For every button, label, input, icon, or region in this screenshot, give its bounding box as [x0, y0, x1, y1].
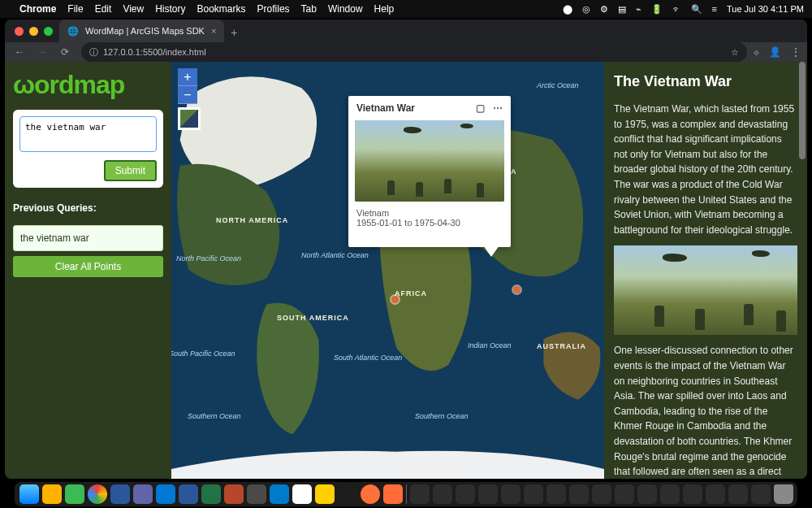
menu-profiles[interactable]: Profiles: [257, 3, 290, 15]
dock-minimized-window[interactable]: [410, 484, 430, 504]
dock-minimized-window[interactable]: [433, 484, 452, 504]
previous-query-item[interactable]: the vietnam war: [13, 225, 163, 251]
dock-excel-icon[interactable]: [201, 484, 221, 504]
site-info-icon[interactable]: ⓘ: [89, 46, 98, 59]
app-page: ωordmap the vietnam war Submit Previous …: [5, 62, 807, 479]
basemap-toggle-button[interactable]: [178, 107, 201, 130]
new-tab-button[interactable]: +: [224, 26, 244, 42]
tab-close-icon[interactable]: ×: [211, 26, 216, 36]
dock-minimized-window[interactable]: [546, 484, 566, 504]
map-pin-vietnam[interactable]: [513, 286, 520, 293]
dock-settings-icon[interactable]: [247, 484, 266, 504]
url-text: 127.0.0.1:5500/index.html: [103, 47, 206, 57]
profile-avatar-icon[interactable]: 👤: [769, 46, 781, 58]
ocean-label: North Pacific Ocean: [176, 255, 241, 263]
dock-trash-icon[interactable]: [774, 484, 793, 504]
nav-back-icon[interactable]: ←: [11, 46, 28, 58]
dock-minimized-window[interactable]: [751, 484, 771, 504]
dock-finder-icon[interactable]: [19, 484, 39, 504]
clock[interactable]: Tue Jul 30 4:11 PM: [727, 4, 804, 14]
article-image: [614, 245, 797, 335]
continent-label: ANTARCTICA: [407, 464, 462, 472]
submit-button[interactable]: Submit: [104, 160, 157, 181]
chrome-window: 🌐 WordMap | ArcGIS Maps SDK × + ← → ⟳ ⓘ …: [5, 20, 807, 479]
world-map[interactable]: NORTH AMERICA SOUTH AMERICA AFRICA EUROP…: [171, 62, 604, 479]
article-paragraph: One lesser-discussed connection to other…: [614, 343, 797, 479]
dock-minimized-window[interactable]: [660, 484, 680, 504]
dock-minimized-window[interactable]: [683, 484, 702, 504]
status-icon[interactable]: ◎: [582, 4, 590, 15]
dock-postman-icon[interactable]: [383, 484, 403, 504]
map-pin-africa[interactable]: [391, 296, 399, 303]
menu-file[interactable]: File: [67, 3, 83, 15]
clear-all-points-button[interactable]: Clear All Points: [13, 256, 163, 277]
query-panel: the vietnam war Submit: [13, 110, 163, 188]
zoom-out-button[interactable]: −: [178, 86, 197, 104]
dock-notes-icon[interactable]: [315, 484, 335, 504]
minimize-window-icon[interactable]: [29, 27, 38, 36]
menu-bookmarks[interactable]: Bookmarks: [197, 3, 246, 15]
article-paragraph: The Vietnam War, which lasted from 1955 …: [614, 102, 797, 237]
dock-powerpoint-icon[interactable]: [224, 484, 244, 504]
zoom-in-button[interactable]: +: [178, 68, 197, 86]
spotlight-icon[interactable]: 🔍: [691, 4, 702, 15]
dock-minimized-window[interactable]: [456, 484, 475, 504]
dock-minimized-window[interactable]: [637, 484, 657, 504]
dock-app-icon[interactable]: [179, 484, 198, 504]
window-controls[interactable]: [11, 27, 59, 42]
dock-minimized-window[interactable]: [615, 484, 634, 504]
dock-teams-icon[interactable]: [133, 484, 153, 504]
ocean-label: South Atlantic Ocean: [334, 354, 402, 363]
menu-tab[interactable]: Tab: [301, 3, 317, 15]
scrollbar-thumb[interactable]: [799, 62, 806, 159]
dock-minimized-window[interactable]: [728, 484, 748, 504]
fullscreen-window-icon[interactable]: [44, 27, 53, 36]
macos-menubar: Chrome File Edit View History Bookmarks …: [0, 0, 812, 18]
dock-minimized-window[interactable]: [524, 484, 543, 504]
dock-outlook-icon[interactable]: [156, 484, 175, 504]
tab-favicon: 🌐: [67, 26, 79, 37]
nav-reload-icon[interactable]: ⟳: [57, 46, 73, 58]
dock-app-icon[interactable]: [65, 484, 84, 504]
logo-text: ωordmap: [13, 70, 124, 100]
ocean-label: North Atlantic Ocean: [301, 252, 369, 260]
menu-help[interactable]: Help: [374, 3, 395, 15]
extensions-icon[interactable]: ⟐: [754, 46, 759, 58]
dock-minimized-window[interactable]: [592, 484, 611, 504]
status-icon[interactable]: ▤: [618, 4, 626, 15]
popup-dock-icon[interactable]: ▢: [476, 102, 485, 114]
dock-minimized-window[interactable]: [706, 484, 725, 504]
popup-menu-icon[interactable]: ⋯: [493, 102, 503, 114]
dock-app-icon[interactable]: [292, 484, 312, 504]
menu-window[interactable]: Window: [328, 3, 363, 15]
wifi-icon[interactable]: ᯤ: [672, 4, 681, 14]
close-window-icon[interactable]: [15, 27, 24, 36]
control-center-icon[interactable]: ≡: [712, 4, 717, 14]
menu-view[interactable]: View: [123, 3, 144, 15]
url-field[interactable]: ⓘ 127.0.0.1:5500/index.html ☆: [81, 42, 747, 62]
dock-minimized-window[interactable]: [501, 484, 520, 504]
dock-terminal-icon[interactable]: [338, 484, 357, 504]
query-input[interactable]: the vietnam war: [19, 116, 157, 152]
status-icon[interactable]: ⚙: [600, 4, 608, 15]
status-icon[interactable]: ⬤: [563, 4, 572, 15]
dock-word-icon[interactable]: [110, 484, 130, 504]
right-scrollbar[interactable]: [799, 62, 806, 479]
dock-firefox-icon[interactable]: [361, 484, 380, 504]
chrome-menu-icon[interactable]: ⋮: [791, 46, 801, 58]
sidebar-left: ωordmap the vietnam war Submit Previous …: [5, 62, 171, 479]
continent-label: SOUTH AMERICA: [277, 314, 349, 322]
app-name[interactable]: Chrome: [19, 3, 56, 15]
battery-icon[interactable]: 🔋: [651, 4, 663, 15]
dock-chrome-icon[interactable]: [88, 484, 107, 504]
menu-history[interactable]: History: [155, 3, 185, 15]
browser-tab[interactable]: 🌐 WordMap | ArcGIS Maps SDK ×: [59, 20, 224, 42]
dock-minimized-window[interactable]: [478, 484, 498, 504]
dock-minimized-window[interactable]: [569, 484, 589, 504]
status-icon[interactable]: ⌁: [636, 4, 641, 15]
dock-app-icon[interactable]: [42, 484, 62, 504]
dock-vscode-icon[interactable]: [270, 484, 289, 504]
menu-edit[interactable]: Edit: [95, 3, 112, 15]
tabstrip: 🌐 WordMap | ArcGIS Maps SDK × +: [5, 20, 807, 42]
bookmark-star-icon[interactable]: ☆: [731, 47, 739, 58]
